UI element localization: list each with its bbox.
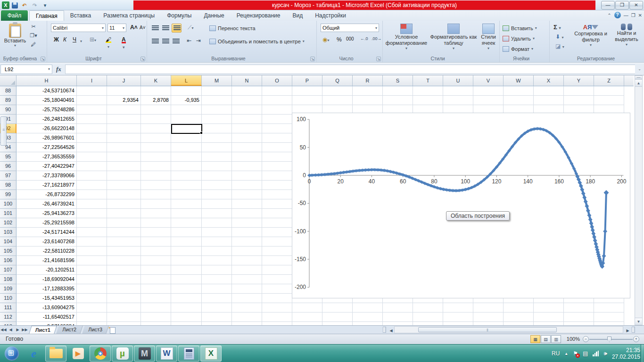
column-header-N[interactable]: N bbox=[232, 75, 262, 86]
cell-N91[interactable] bbox=[232, 115, 262, 124]
name-box[interactable]: L92▾ bbox=[0, 65, 52, 74]
row-header-111[interactable]: 111 bbox=[0, 303, 17, 313]
excel-logo-icon[interactable]: X bbox=[2, 1, 9, 9]
cell-O104[interactable] bbox=[262, 237, 292, 247]
cell-K94[interactable] bbox=[141, 143, 171, 152]
cell-H93[interactable]: -26,98967601 bbox=[17, 133, 77, 143]
cell-U111[interactable] bbox=[443, 303, 473, 313]
cell-O92[interactable] bbox=[262, 124, 292, 133]
cell-M92[interactable] bbox=[202, 124, 232, 133]
cell-O98[interactable] bbox=[262, 181, 292, 190]
tab-Вид[interactable]: Вид bbox=[286, 10, 309, 21]
cell-H98[interactable]: -27,16218977 bbox=[17, 181, 77, 190]
underline-button[interactable]: Ч bbox=[71, 36, 78, 43]
cell-N92[interactable] bbox=[232, 124, 262, 133]
cell-K101[interactable] bbox=[141, 209, 171, 218]
tab-Главная[interactable]: Главная bbox=[29, 10, 64, 21]
column-header-T[interactable]: T bbox=[413, 75, 443, 86]
fx-icon[interactable]: fx bbox=[52, 66, 65, 73]
clipboard-dialog-launcher[interactable]: ↘ bbox=[41, 57, 45, 61]
cell-M103[interactable] bbox=[202, 228, 232, 237]
cell-H109[interactable]: -17,12883395 bbox=[17, 284, 77, 294]
collapse-ribbon-icon[interactable]: ⌃ bbox=[607, 13, 611, 18]
cell-O113[interactable] bbox=[262, 322, 292, 325]
cell-K107[interactable] bbox=[141, 265, 171, 275]
cell-V88[interactable] bbox=[473, 86, 504, 96]
align-bottom-active[interactable] bbox=[172, 24, 182, 33]
cell-J91[interactable] bbox=[107, 115, 141, 124]
row-header-99[interactable]: 99 bbox=[0, 190, 17, 199]
copy-icon[interactable]: ❐▾ bbox=[29, 32, 38, 40]
cell-K93[interactable] bbox=[141, 133, 171, 143]
column-header-I[interactable]: I bbox=[77, 75, 107, 86]
h-split-handle-2[interactable] bbox=[632, 327, 635, 333]
font-dialog-launcher[interactable]: ↘ bbox=[140, 57, 145, 61]
cell-M99[interactable] bbox=[202, 190, 232, 199]
cell-L93[interactable] bbox=[171, 133, 202, 143]
tab-Вставка[interactable]: Вставка bbox=[64, 10, 98, 21]
borders-icon[interactable]: ⊞▾ bbox=[88, 36, 98, 43]
word-taskbar-icon[interactable]: W bbox=[156, 346, 177, 362]
cell-M91[interactable] bbox=[202, 115, 232, 124]
cell-L88[interactable] bbox=[171, 86, 202, 96]
cell-N111[interactable] bbox=[232, 303, 262, 313]
cell-K102[interactable] bbox=[141, 218, 171, 228]
cell-I110[interactable] bbox=[77, 294, 107, 303]
row-header-106[interactable]: 106 bbox=[0, 256, 17, 265]
cell-J104[interactable] bbox=[107, 237, 141, 247]
cell-S111[interactable] bbox=[383, 303, 413, 313]
cell-J96[interactable] bbox=[107, 162, 141, 171]
underline-caret[interactable]: ▾ bbox=[78, 37, 84, 44]
cell-L109[interactable] bbox=[171, 284, 202, 294]
cell-L111[interactable] bbox=[171, 303, 202, 313]
cell-J113[interactable] bbox=[107, 322, 141, 325]
cell-I92[interactable] bbox=[77, 124, 107, 133]
cell-Y111[interactable] bbox=[564, 303, 594, 313]
cell-O107[interactable] bbox=[262, 265, 292, 275]
volume-icon[interactable]: 🕪 bbox=[603, 350, 607, 357]
v-scroll-thumb[interactable] bbox=[0, 116, 7, 146]
cell-J100[interactable] bbox=[107, 199, 141, 209]
merge-center-button[interactable]: Объединить и поместить в центре▾ bbox=[209, 37, 305, 46]
cell-M113[interactable] bbox=[202, 322, 232, 325]
cell-I97[interactable] bbox=[77, 171, 107, 181]
cell-O93[interactable] bbox=[262, 133, 292, 143]
cell-K95[interactable] bbox=[141, 152, 171, 162]
next-sheet-icon[interactable]: ▶ bbox=[14, 326, 21, 334]
cell-N101[interactable] bbox=[232, 209, 262, 218]
cell-N103[interactable] bbox=[232, 228, 262, 237]
row-header-102[interactable]: 102 bbox=[0, 218, 17, 228]
cell-M100[interactable] bbox=[202, 199, 232, 209]
cell-V113[interactable] bbox=[473, 322, 504, 325]
fill-color-icon[interactable]: 🖌▾ bbox=[104, 36, 113, 50]
cell-I93[interactable] bbox=[77, 133, 107, 143]
cell-K91[interactable] bbox=[141, 115, 171, 124]
cell-O103[interactable] bbox=[262, 228, 292, 237]
cell-Z113[interactable] bbox=[594, 322, 624, 325]
cell-N107[interactable] bbox=[232, 265, 262, 275]
excel-taskbar-icon[interactable]: X bbox=[200, 346, 222, 362]
column-header-Z[interactable]: Z bbox=[594, 75, 624, 86]
font-size-select[interactable]: 11▾ bbox=[107, 24, 126, 32]
align-middle-icon[interactable] bbox=[162, 25, 169, 31]
sheet-tab-Лист3[interactable]: Лист3 bbox=[82, 326, 109, 334]
cell-N90[interactable] bbox=[232, 105, 262, 115]
cell-J105[interactable] bbox=[107, 247, 141, 256]
cell-R112[interactable] bbox=[353, 313, 383, 322]
customize-qat-icon[interactable]: ▾ bbox=[41, 1, 49, 9]
cell-O99[interactable] bbox=[262, 190, 292, 199]
cell-I98[interactable] bbox=[77, 181, 107, 190]
cell-H110[interactable]: -15,43451953 bbox=[17, 294, 77, 303]
cell-H92[interactable]: -26,66220148 bbox=[17, 124, 77, 133]
cell-X89[interactable] bbox=[534, 96, 564, 105]
prev-sheet-icon[interactable]: ◀ bbox=[7, 326, 14, 334]
row-header-103[interactable]: 103 bbox=[0, 228, 17, 237]
cell-I95[interactable] bbox=[77, 152, 107, 162]
cell-L95[interactable] bbox=[171, 152, 202, 162]
bold-button[interactable]: Ж bbox=[52, 36, 61, 43]
cell-R88[interactable] bbox=[353, 86, 383, 96]
font-family-select[interactable]: Calibri▾ bbox=[51, 24, 106, 32]
tab-Данные[interactable]: Данные bbox=[198, 10, 230, 21]
cell-Y88[interactable] bbox=[564, 86, 594, 96]
cell-N100[interactable] bbox=[232, 199, 262, 209]
